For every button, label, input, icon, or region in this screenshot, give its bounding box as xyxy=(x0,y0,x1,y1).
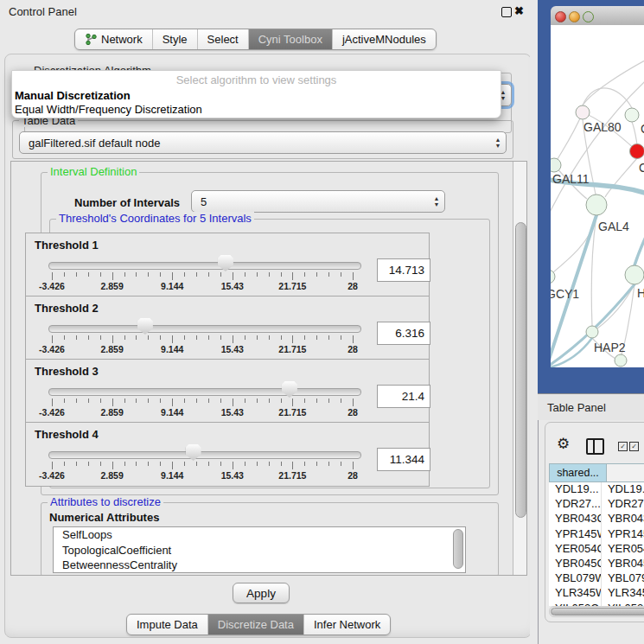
network-edge[interactable] xyxy=(583,51,644,105)
network-window-titlebar[interactable] xyxy=(551,6,644,26)
threshold-slider-track[interactable] xyxy=(48,451,361,459)
scrollpane-scrollbar-thumb[interactable] xyxy=(515,222,526,518)
network-view[interactable]: GAL80GCGAL11GAL4GCY1HHAP2 xyxy=(551,25,644,367)
table-row[interactable]: YBL079WYBL079W xyxy=(549,571,644,586)
dropdown-option-equal-width[interactable]: Equal Width/Frequency Discretization xyxy=(15,103,202,116)
threshold-value-field[interactable]: 21.4 xyxy=(377,385,430,408)
split-columns-icon[interactable] xyxy=(586,438,604,455)
table-row[interactable]: YDL19...YDL19... xyxy=(549,482,644,497)
tick-label: 15.43 xyxy=(221,344,244,354)
table-row[interactable]: YBR043CYBR043C xyxy=(549,512,644,526)
network-node[interactable] xyxy=(586,194,607,215)
tick-mark xyxy=(136,335,137,340)
control-panel-titlebar: Control Panel ✖ xyxy=(0,0,536,22)
float-window-icon[interactable] xyxy=(501,7,512,17)
tab-style[interactable]: Style xyxy=(153,29,198,49)
cell-name: YDL19... xyxy=(602,482,644,497)
network-node-label: C xyxy=(639,161,644,175)
tick-mark xyxy=(124,462,125,466)
network-edge[interactable] xyxy=(554,112,583,165)
tick-mark xyxy=(304,462,305,466)
table-hscrollbar-thumb[interactable] xyxy=(551,608,644,615)
cell-shared-name: YBR045C xyxy=(549,557,602,571)
table-data-selected: galFiltered.sif default node xyxy=(20,137,490,150)
tick-mark xyxy=(245,462,245,466)
network-node[interactable] xyxy=(625,265,644,284)
apply-button[interactable]: Apply xyxy=(233,583,290,603)
tab-jactivemnodules[interactable]: jActiveMNodules xyxy=(333,29,436,49)
network-node[interactable] xyxy=(551,158,561,172)
cell-shared-name: YDL19... xyxy=(549,482,602,497)
tab-label: Infer Network xyxy=(314,618,380,631)
attribute-list-item[interactable]: SelfLoops xyxy=(54,527,465,543)
gear-icon[interactable]: ⚙ xyxy=(557,437,570,451)
network-edge-thick[interactable] xyxy=(551,338,592,367)
table-row[interactable]: YLR345WYLR345W xyxy=(549,586,644,601)
tick-mark xyxy=(52,335,53,343)
network-edge-thick[interactable] xyxy=(634,219,644,265)
tab-impute-data[interactable]: Impute Data xyxy=(127,615,208,634)
table-row[interactable]: YER054CYER054C xyxy=(549,542,644,557)
attribute-list-item[interactable]: TopologicalCoefficient xyxy=(54,543,465,558)
tick-label: 9.144 xyxy=(161,344,183,354)
checkbox-icon[interactable]: ✓ xyxy=(629,442,639,451)
threshold-slider-track[interactable] xyxy=(48,388,361,396)
attributes-group-title: Attributes to discretize xyxy=(48,495,163,508)
table-row[interactable]: YBR045CYBR045C xyxy=(549,557,644,571)
network-edge[interactable] xyxy=(632,122,637,144)
network-node[interactable] xyxy=(630,144,644,159)
network-node[interactable] xyxy=(615,354,627,367)
list-scrollbar-thumb[interactable] xyxy=(453,529,463,569)
table-panel-titlebar: Table Panel xyxy=(538,393,644,420)
tab-infer-network[interactable]: Infer Network xyxy=(304,615,390,634)
network-node-label: GAL4 xyxy=(598,220,629,233)
tab-discretize-data[interactable]: Discretize Data xyxy=(208,615,304,634)
numerical-attributes-list[interactable]: SelfLoopsTopologicalCoefficientBetweenne… xyxy=(53,526,466,573)
table-hscrollbar[interactable] xyxy=(549,606,644,617)
tick-mark xyxy=(124,272,125,277)
attribute-list-item[interactable]: BetweennessCentrality xyxy=(54,558,465,573)
mac-zoom-icon[interactable] xyxy=(583,11,594,22)
column-header-name[interactable]: name xyxy=(607,463,644,482)
threshold-value-field[interactable]: 14.713 xyxy=(377,258,430,282)
network-edge[interactable] xyxy=(551,215,596,277)
column-header-shared-name[interactable]: shared... xyxy=(549,463,607,482)
table-data-combobox[interactable]: galFiltered.sif default node ▲▼ xyxy=(19,131,507,154)
table-row[interactable]: YPR145WYPR145W xyxy=(549,527,644,542)
tick-label: 21.715 xyxy=(278,407,306,418)
tick-label: 15.43 xyxy=(221,470,244,481)
network-node[interactable] xyxy=(586,326,598,338)
checkbox-icon[interactable]: ✓ xyxy=(618,442,628,451)
tick-mark xyxy=(233,335,233,343)
mac-minimize-icon[interactable] xyxy=(569,11,580,22)
tab-cyni-toolbox[interactable]: Cyni Toolbox xyxy=(249,29,333,49)
tick-label: 15.43 xyxy=(221,281,244,291)
threshold-slider-track[interactable] xyxy=(48,325,361,333)
tick-mark xyxy=(316,462,317,466)
table-row[interactable]: YDR27...YDR27... xyxy=(549,497,644,512)
tick-mark xyxy=(184,462,185,466)
threshold-slider-track[interactable] xyxy=(48,262,361,270)
threshold-value-field[interactable]: 6.316 xyxy=(377,322,430,345)
mac-close-icon[interactable] xyxy=(555,11,566,22)
dropdown-option-manual[interactable]: Manual Discretization xyxy=(15,89,131,102)
scrollpane-scrollbar-track[interactable] xyxy=(513,162,526,575)
threshold-value-field[interactable]: 11.344 xyxy=(377,448,430,471)
tick-mark xyxy=(88,399,89,403)
stepper-arrows-icon: ▲▼ xyxy=(490,137,506,149)
network-node-label: G xyxy=(641,122,644,136)
network-edge[interactable] xyxy=(583,88,632,108)
tab-network[interactable]: Network xyxy=(75,29,153,49)
close-icon[interactable]: ✖ xyxy=(514,4,524,17)
tick-label: 9.144 xyxy=(161,470,183,481)
tick-mark xyxy=(88,335,89,340)
cell-shared-name: YBL079W xyxy=(549,571,602,586)
network-node[interactable] xyxy=(625,108,639,122)
tick-mark xyxy=(328,272,329,277)
network-node[interactable] xyxy=(576,105,590,119)
tick-mark xyxy=(281,335,282,340)
number-of-intervals-combobox[interactable]: 5 ▲▼ xyxy=(191,190,445,213)
cell-name: YPR145W xyxy=(602,527,644,542)
tab-select[interactable]: Select xyxy=(198,29,249,49)
tick-label: -3.426 xyxy=(39,281,65,291)
